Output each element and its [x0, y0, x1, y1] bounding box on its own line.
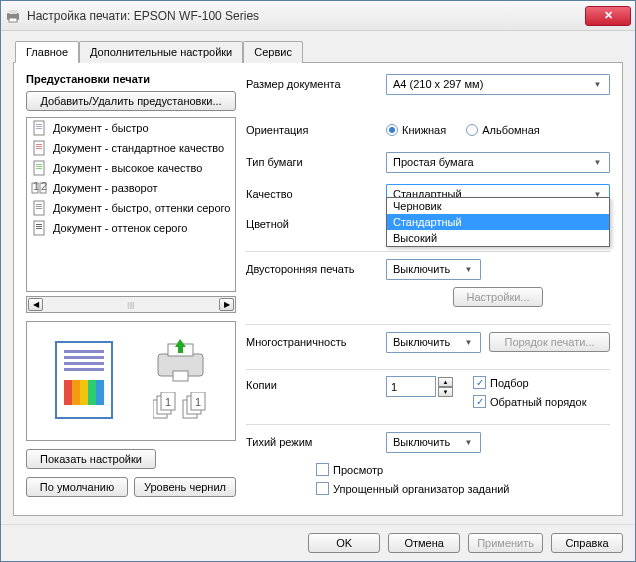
doc-icon	[31, 120, 47, 136]
preview-area: 321321	[26, 321, 236, 441]
preset-item[interactable]: 12 Документ - разворот	[27, 178, 235, 198]
duplex-label: Двусторонняя печать	[246, 263, 386, 275]
chevron-down-icon: ▼	[461, 335, 476, 350]
preset-item[interactable]: Документ - быстро	[27, 118, 235, 138]
preset-label: Документ - быстро	[53, 122, 149, 134]
chevron-down-icon: ▼	[461, 262, 476, 277]
scroll-track[interactable]: ||||	[43, 301, 219, 308]
checkbox-icon: ✓	[473, 376, 486, 389]
preset-item[interactable]: Документ - быстро, оттенки серого	[27, 198, 235, 218]
radio-icon	[466, 124, 478, 136]
svg-rect-31	[64, 368, 104, 371]
duplex-select[interactable]: Выключить ▼	[386, 259, 481, 280]
tab-advanced[interactable]: Дополнительные настройки	[79, 41, 243, 63]
checkbox-icon: ✓	[473, 395, 486, 408]
preset-item[interactable]: Документ - стандартное качество	[27, 138, 235, 158]
duplex-settings-button[interactable]: Настройки...	[453, 287, 543, 307]
paper-type-select[interactable]: Простая бумага ▼	[386, 152, 610, 173]
scroll-right-icon[interactable]: ▶	[219, 298, 234, 311]
right-column: Размер документа A4 (210 x 297 мм) ▼ Ори…	[246, 73, 610, 505]
doc-icon	[31, 140, 47, 156]
select-value: A4 (210 x 297 мм)	[393, 78, 483, 90]
doc-size-select[interactable]: A4 (210 x 297 мм) ▼	[386, 74, 610, 95]
select-value: Выключить	[393, 336, 450, 348]
preset-list[interactable]: Документ - быстро Документ - стандартное…	[26, 117, 236, 292]
svg-rect-22	[36, 208, 42, 209]
collate-preview-icon: 321321	[153, 392, 208, 424]
main-panel: Предустановки печати Добавить/Удалить пр…	[13, 63, 623, 516]
printer-icon	[5, 8, 21, 24]
tab-main[interactable]: Главное	[15, 41, 79, 63]
multipage-select[interactable]: Выключить ▼	[386, 332, 481, 353]
chevron-down-icon: ▼	[461, 435, 476, 450]
chevron-down-icon: ▼	[590, 155, 605, 170]
defaults-button[interactable]: По умолчанию	[26, 477, 128, 497]
quality-dropdown: Черновик Стандартный Высокий	[386, 197, 610, 247]
svg-text:1: 1	[195, 396, 201, 408]
scroll-left-icon[interactable]: ◀	[28, 298, 43, 311]
svg-rect-2	[9, 18, 17, 22]
svg-rect-32	[64, 380, 72, 405]
tab-bar: Главное Дополнительные настройки Сервис	[13, 41, 623, 63]
radio-label: Альбомная	[482, 124, 540, 136]
svg-rect-26	[36, 228, 42, 229]
orientation-portrait-radio[interactable]: Книжная	[386, 124, 446, 136]
multipage-label: Многостраничность	[246, 336, 386, 348]
close-button[interactable]: ✕	[585, 6, 631, 26]
svg-rect-14	[36, 168, 42, 169]
quality-option-standard[interactable]: Стандартный	[387, 214, 609, 230]
ok-button[interactable]: OK	[308, 533, 380, 553]
doc-gray-icon	[31, 220, 47, 236]
copies-down-button[interactable]: ▼	[438, 387, 453, 397]
ink-levels-button[interactable]: Уровень чернил	[134, 477, 236, 497]
quiet-mode-select[interactable]: Выключить ▼	[386, 432, 481, 453]
page-preview-icon	[54, 340, 114, 422]
checkbox-label: Упрощенный организатор заданий	[333, 483, 510, 495]
select-value: Простая бумага	[393, 156, 474, 168]
left-column: Предустановки печати Добавить/Удалить пр…	[26, 73, 236, 505]
add-remove-presets-button[interactable]: Добавить/Удалить предустановки...	[26, 91, 236, 111]
preset-item[interactable]: Документ - высокое качество	[27, 158, 235, 178]
svg-text:1: 1	[165, 396, 171, 408]
checkbox-icon	[316, 482, 329, 495]
svg-rect-39	[173, 371, 188, 381]
copies-up-button[interactable]: ▲	[438, 377, 453, 387]
radio-label: Книжная	[402, 124, 446, 136]
paper-type-label: Тип бумаги	[246, 156, 386, 168]
svg-rect-28	[64, 350, 104, 353]
svg-rect-10	[36, 148, 42, 149]
job-organizer-checkbox[interactable]: Упрощенный организатор заданий	[316, 482, 610, 495]
apply-button[interactable]: Применить	[468, 533, 543, 553]
svg-rect-36	[96, 380, 104, 405]
window-title: Настройка печати: EPSON WF-100 Series	[27, 9, 585, 23]
reverse-order-checkbox[interactable]: ✓ Обратный порядок	[473, 395, 586, 408]
orientation-landscape-radio[interactable]: Альбомная	[466, 124, 540, 136]
checkbox-icon	[316, 463, 329, 476]
copies-label: Копии	[246, 376, 386, 391]
print-order-button[interactable]: Порядок печати...	[489, 332, 610, 352]
quiet-mode-label: Тихий режим	[246, 436, 386, 448]
layout-icon: 12	[31, 180, 47, 196]
preview-checkbox[interactable]: Просмотр	[316, 463, 610, 476]
doc-gray-icon	[31, 200, 47, 216]
preset-label: Документ - высокое качество	[53, 162, 202, 174]
svg-rect-30	[64, 362, 104, 365]
quality-option-draft[interactable]: Черновик	[387, 198, 609, 214]
presets-title: Предустановки печати	[26, 73, 236, 85]
collate-checkbox[interactable]: ✓ Подбор	[473, 376, 586, 389]
svg-text:1: 1	[33, 180, 39, 192]
checkbox-label: Просмотр	[333, 464, 383, 476]
preset-label: Документ - оттенок серого	[53, 222, 187, 234]
copies-input[interactable]: 1	[386, 376, 436, 397]
close-icon: ✕	[604, 9, 613, 22]
help-button[interactable]: Справка	[551, 533, 623, 553]
preset-scrollbar[interactable]: ◀ |||| ▶	[26, 296, 236, 313]
tab-service[interactable]: Сервис	[243, 41, 303, 63]
show-settings-button[interactable]: Показать настройки	[26, 449, 156, 469]
preset-label: Документ - быстро, оттенки серого	[53, 202, 230, 214]
preset-item[interactable]: Документ - оттенок серого	[27, 218, 235, 238]
cancel-button[interactable]: Отмена	[388, 533, 460, 553]
svg-rect-33	[72, 380, 80, 405]
doc-size-label: Размер документа	[246, 78, 386, 90]
quality-option-high[interactable]: Высокий	[387, 230, 609, 246]
